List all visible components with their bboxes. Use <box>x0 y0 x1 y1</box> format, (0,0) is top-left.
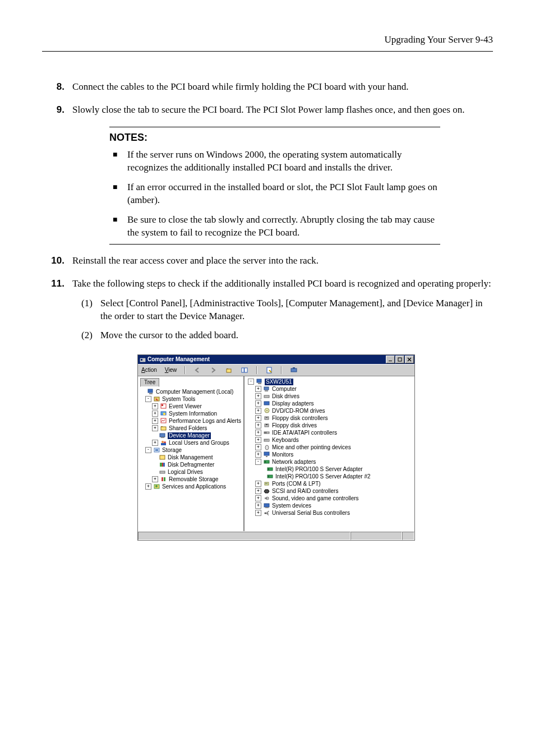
notes-bottom-rule <box>109 244 440 245</box>
logical-drives-icon <box>159 469 166 476</box>
svg-rect-28 <box>160 455 165 459</box>
dev-dvd-label: DVD/CD-ROM drives <box>272 408 325 414</box>
dev-nic-2[interactable]: Intel(R) PRO/100 S Server Adapter #2 <box>248 473 411 480</box>
statusbar-grip[interactable] <box>402 532 414 540</box>
dev-display[interactable]: +Display adapters <box>248 400 411 407</box>
svg-rect-38 <box>258 383 261 384</box>
dev-sound[interactable]: +Sound, video and game controllers <box>248 495 411 502</box>
bullet-icon: ■ <box>109 149 127 174</box>
substep-1-paren: (1) <box>81 297 100 323</box>
device-manager-icon <box>159 432 166 439</box>
step-10-text: Reinstall the rear access cover and plac… <box>72 255 493 268</box>
tree-event-viewer[interactable]: + Event Viewer <box>140 403 241 410</box>
tree-disk-management[interactable]: Disk Management <box>140 454 241 461</box>
tree-device-manager[interactable]: Device Manager <box>140 432 241 439</box>
svg-rect-29 <box>160 463 162 467</box>
svg-rect-62 <box>268 468 269 470</box>
window-icon <box>139 356 146 363</box>
back-icon[interactable] <box>192 365 202 375</box>
notes-item-2-text: If an error occurred in the installed bo… <box>127 181 440 207</box>
dev-nic-2-label: Intel(R) PRO/100 S Server Adapter #2 <box>275 473 371 480</box>
svg-rect-9 <box>291 368 297 372</box>
dev-computer[interactable]: +Computer <box>248 385 411 393</box>
dev-usb[interactable]: +Universal Serial Bus controllers <box>248 509 411 517</box>
dev-keyboards[interactable]: +Keyboards <box>248 436 411 444</box>
tree-services[interactable]: + Services and Applications <box>140 483 241 490</box>
page-header: Upgrading Your Server 9-43 <box>42 34 493 47</box>
dev-mice-label: Mice and other pointing devices <box>272 444 351 451</box>
svg-point-72 <box>268 515 269 516</box>
forward-icon[interactable] <box>208 365 218 375</box>
tree-perf-logs-label: Performance Logs and Alerts <box>169 418 241 425</box>
dev-monitors[interactable]: +Monitors <box>248 451 411 458</box>
scan-hardware-icon[interactable] <box>289 365 299 375</box>
notes-item-1: ■ If the server runs on Windows 2000, th… <box>109 149 440 174</box>
tree-storage[interactable]: - Storage <box>140 446 241 454</box>
tree-local-users[interactable]: + Local Users and Groups <box>140 439 241 446</box>
maximize-button[interactable] <box>395 356 404 363</box>
svg-rect-19 <box>161 427 166 430</box>
tree-shared-folders[interactable]: + Shared Folders <box>140 425 241 432</box>
ide-controller-icon <box>263 430 270 436</box>
svg-rect-5 <box>227 368 228 369</box>
svg-rect-12 <box>149 393 153 394</box>
tree-shared-folders-label: Shared Folders <box>169 425 207 432</box>
panes: Tree Computer Management (Local) - Syste… <box>138 376 414 531</box>
left-tree-pane[interactable]: Tree Computer Management (Local) - Syste… <box>138 376 245 531</box>
tree-removable-storage[interactable]: + Removable Storage <box>140 476 241 483</box>
dev-root[interactable]: - SXW2U51 <box>248 378 411 385</box>
step-11-num: 11. <box>42 278 72 345</box>
computer-node-icon <box>263 386 270 393</box>
step-10: 10. Reinstall the rear access cover and … <box>42 255 493 268</box>
device-tree-pane[interactable]: - SXW2U51 +Computer +Disk drives +Displa… <box>245 376 414 531</box>
svg-rect-71 <box>268 511 269 512</box>
tree-system-tools-label: System Tools <box>162 396 195 403</box>
up-icon[interactable] <box>224 365 234 375</box>
tree-perf-logs[interactable]: + Performance Logs and Alerts <box>140 417 241 425</box>
dev-keyboards-label: Keyboards <box>272 437 299 444</box>
tree-tab[interactable]: Tree <box>140 378 159 387</box>
titlebar[interactable]: Computer Management <box>138 355 414 364</box>
tree-root[interactable]: Computer Management (Local) <box>140 388 241 395</box>
dev-fdc[interactable]: +Floppy disk controllers <box>248 414 411 422</box>
notes-box: NOTES: ■ If the server runs on Windows 2… <box>109 127 440 245</box>
show-hide-tree-icon[interactable] <box>239 365 250 375</box>
notes-item-1-text: If the server runs on Windows 2000, the … <box>127 149 440 174</box>
dev-network[interactable]: -Network adapters <box>248 458 411 465</box>
dev-scsi[interactable]: +SCSI and RAID controllers <box>248 487 411 495</box>
minimize-button[interactable] <box>386 356 395 363</box>
network-card-icon <box>266 473 274 480</box>
floppy-drive-icon <box>263 422 270 429</box>
close-button[interactable] <box>405 356 414 363</box>
tree-system-information[interactable]: + System Information <box>140 410 241 417</box>
svg-rect-30 <box>162 463 163 467</box>
menu-view[interactable]: View <box>164 367 178 374</box>
svg-rect-6 <box>242 368 244 372</box>
computer-management-window: Computer Management Action View T <box>137 354 415 541</box>
svg-rect-10 <box>293 367 295 368</box>
svg-point-56 <box>265 445 269 450</box>
dev-nic-1[interactable]: Intel(R) PRO/100 S Server Adapter <box>248 465 411 473</box>
tree-system-tools[interactable]: - System Tools <box>140 395 241 403</box>
dev-mice[interactable]: +Mice and other pointing devices <box>248 444 411 451</box>
menu-action[interactable]: Action <box>140 367 158 374</box>
monitor-icon <box>263 451 270 458</box>
svg-rect-39 <box>264 387 269 390</box>
properties-icon[interactable] <box>264 365 274 375</box>
dev-network-label: Network adapters <box>272 459 316 465</box>
computer-icon <box>147 389 154 395</box>
dev-disk-drives[interactable]: +Disk drives <box>248 393 411 400</box>
dev-fdd[interactable]: +Floppy disk drives <box>248 422 411 429</box>
dev-system-devices[interactable]: +System devices <box>248 502 411 509</box>
dev-dvd[interactable]: +DVD/CD-ROM drives <box>248 407 411 414</box>
dev-ports[interactable]: +Ports (COM & LPT) <box>248 480 411 487</box>
dev-ide[interactable]: +IDE ATA/ATAPI controllers <box>248 429 411 436</box>
tree-disk-defrag[interactable]: Disk Defragmenter <box>140 461 241 468</box>
shared-folders-icon <box>160 425 167 432</box>
substep-1: (1) Select [Control Panel], [Administrac… <box>81 297 493 323</box>
svg-rect-51 <box>266 432 266 434</box>
svg-rect-42 <box>264 402 269 405</box>
mouse-icon <box>263 444 270 451</box>
svg-rect-21 <box>160 434 165 437</box>
tree-logical-drives[interactable]: Logical Drives <box>140 468 241 476</box>
